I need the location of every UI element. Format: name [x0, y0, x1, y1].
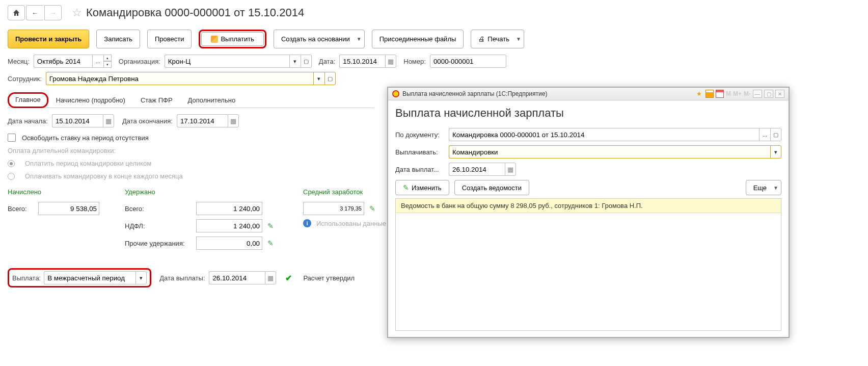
- accrued-total-input[interactable]: [38, 202, 99, 215]
- calendar-icon[interactable]: ▦: [265, 271, 276, 284]
- approved-label: Расчет утвердил: [303, 274, 355, 282]
- deducted-total-input[interactable]: [196, 202, 262, 215]
- favorite-icon[interactable]: ★: [696, 90, 703, 97]
- top-nav: ← → ☆ Командировка 0000-000001 от 15.10.…: [8, 5, 860, 20]
- favorite-icon[interactable]: ☆: [72, 6, 82, 19]
- paydate-input[interactable]: [209, 271, 265, 284]
- modal-titlebar[interactable]: Выплата начисленной зарплаты (1С:Предпри…: [388, 88, 789, 100]
- tab-accrued[interactable]: Начислено (подробно): [48, 92, 133, 108]
- tab-extra[interactable]: Дополнительно: [180, 92, 243, 108]
- calendar-small-icon[interactable]: [716, 90, 724, 98]
- calendar-icon[interactable]: ▦: [228, 114, 239, 127]
- info-icon[interactable]: i: [303, 219, 311, 227]
- sheet-list[interactable]: Ведомость в банк на общую сумму 8 298,05…: [395, 198, 781, 297]
- org-open[interactable]: ▢: [301, 55, 312, 68]
- pay-button[interactable]: Выплатить: [201, 32, 264, 46]
- org-dropdown[interactable]: ▾: [289, 55, 301, 68]
- back-button[interactable]: ←: [26, 5, 43, 20]
- forward-button[interactable]: →: [44, 5, 62, 20]
- org-input[interactable]: [165, 55, 289, 68]
- paydate-label: Дата выплаты:: [159, 274, 205, 282]
- save-button[interactable]: Записать: [96, 30, 140, 48]
- month-spinner[interactable]: ▴▾: [103, 55, 112, 68]
- minimize-button[interactable]: —: [753, 90, 762, 98]
- accrued-header: Начислено: [8, 188, 104, 196]
- calendar-icon[interactable]: ▦: [385, 55, 396, 68]
- chevron-down-icon: ▼: [357, 36, 362, 42]
- employee-open[interactable]: ▢: [324, 72, 336, 85]
- employee-dropdown[interactable]: ▾: [313, 72, 324, 85]
- pay-whole-radio: [8, 160, 15, 167]
- more-button[interactable]: Еще ▼: [746, 180, 781, 195]
- modal-pay-row: Выплачивать: ▾: [395, 145, 781, 159]
- calendar-icon[interactable]: ▦: [505, 163, 516, 176]
- avg-input[interactable]: [303, 202, 364, 215]
- modal-doc-ellipsis[interactable]: ...: [759, 128, 770, 141]
- date-input[interactable]: [339, 55, 385, 68]
- chevron-down-icon: ▼: [773, 185, 778, 191]
- date-label: Дата:: [319, 58, 335, 65]
- free-rate-checkbox[interactable]: [8, 134, 16, 142]
- payment-dropdown[interactable]: ▾: [135, 271, 147, 284]
- pay-icon: [211, 36, 218, 43]
- maximize-button[interactable]: ▢: [764, 90, 773, 98]
- create-sheets-button[interactable]: Создать ведомости: [454, 180, 529, 195]
- month-label: Месяц:: [8, 58, 30, 65]
- close-button[interactable]: ✕: [775, 90, 784, 98]
- calculator-icon[interactable]: [706, 90, 714, 98]
- modal-pay-input[interactable]: [449, 145, 770, 159]
- org-label: Организация:: [119, 58, 160, 65]
- m-minus-icon[interactable]: M-: [744, 90, 751, 97]
- employee-label: Сотрудник:: [8, 75, 42, 83]
- ndfl-label: НДФЛ:: [125, 222, 191, 230]
- total-label: Всего:: [125, 205, 191, 213]
- start-date-label: Дата начала:: [8, 117, 48, 125]
- data-used-note: Использованы данные о: [316, 220, 392, 227]
- m-icon[interactable]: M: [726, 90, 731, 97]
- other-input[interactable]: [196, 237, 262, 250]
- modal-date-label: Дата выплат...: [395, 166, 449, 173]
- chevron-down-icon: ▼: [516, 36, 521, 42]
- salary-payment-modal: Выплата начисленной зарплаты (1С:Предпри…: [387, 87, 790, 297]
- print-icon: [478, 35, 485, 43]
- free-rate-label: Освободить ставку на период отсутствия: [22, 134, 149, 142]
- payment-select[interactable]: [44, 271, 135, 284]
- modal-doc-input[interactable]: [449, 128, 759, 141]
- ndfl-input[interactable]: [196, 219, 262, 232]
- modal-doc-row: По документу: ... ▢: [395, 128, 781, 141]
- m-plus-icon[interactable]: M+: [733, 90, 742, 97]
- modal-pay-dropdown[interactable]: ▾: [770, 145, 781, 159]
- pencil-icon: ✎: [403, 184, 409, 192]
- create-based-button[interactable]: Создать на основании ▼: [274, 30, 365, 48]
- post-button[interactable]: Провести: [147, 30, 192, 48]
- print-button[interactable]: Печать ▼: [471, 30, 524, 48]
- month-input[interactable]: [34, 55, 92, 68]
- pencil-icon[interactable]: ✎: [267, 222, 274, 230]
- end-date-label: Дата окончания:: [122, 117, 173, 125]
- tab-main[interactable]: Главное: [8, 92, 48, 108]
- start-date-input[interactable]: [52, 114, 103, 127]
- tab-pfr[interactable]: Стаж ПФР: [133, 92, 180, 108]
- home-button[interactable]: [8, 5, 25, 20]
- other-label: Прочие удержания:: [125, 240, 191, 247]
- pencil-icon[interactable]: ✎: [267, 239, 274, 247]
- modal-window-title: Выплата начисленной зарплаты (1С:Предпри…: [402, 90, 547, 97]
- calendar-icon[interactable]: ▦: [103, 114, 114, 127]
- modal-doc-open[interactable]: ▢: [770, 128, 781, 141]
- modal-doc-label: По документу:: [395, 131, 449, 139]
- attached-files-button[interactable]: Присоединенные файлы: [372, 30, 464, 48]
- sheet-banner: Ведомость в банк на общую сумму 8 298,05…: [396, 199, 781, 213]
- deducted-header: Удержано: [125, 188, 283, 196]
- pencil-icon[interactable]: ✎: [369, 204, 375, 213]
- edit-button[interactable]: ✎ Изменить: [395, 180, 449, 195]
- modal-date-input[interactable]: [449, 163, 505, 176]
- action-bar: Провести и закрыть Записать Провести Вып…: [8, 30, 860, 48]
- total-label: Всего:: [8, 205, 33, 213]
- end-date-input[interactable]: [177, 114, 228, 127]
- month-ellipsis[interactable]: ...: [92, 55, 103, 68]
- form-row-top: Месяц: ... ▴▾ Организация: ▾ ▢ Дата: ▦ Н…: [8, 55, 860, 68]
- number-input[interactable]: [430, 55, 506, 68]
- avg-header: Средний заработок: [303, 188, 392, 196]
- post-close-button[interactable]: Провести и закрыть: [8, 30, 89, 48]
- employee-input[interactable]: [46, 72, 313, 85]
